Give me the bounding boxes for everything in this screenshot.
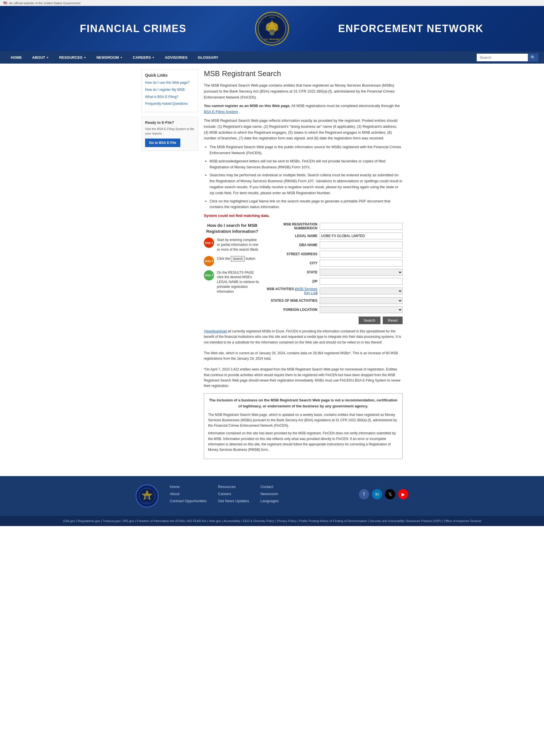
footer-bottom-privacy[interactable]: Privacy Policy xyxy=(277,519,296,523)
input-reg-number[interactable] xyxy=(320,223,403,230)
footer-note-2: The Web site, which is current as of Jan… xyxy=(204,351,403,361)
input-legal-name[interactable] xyxy=(320,233,403,239)
label-reg: MSB REGISTRATION NUMBER/DCN xyxy=(266,222,317,230)
quick-links-box: Quick Links How do I use this Web page? … xyxy=(141,69,198,112)
step-2-pre: Click the xyxy=(217,257,231,261)
footer-bottom-eeo[interactable]: EEO & Diversity Policy xyxy=(243,519,275,523)
footer-link-careers[interactable]: Careers xyxy=(218,492,249,496)
footer-bottom-oig[interactable]: Office of Inspector General xyxy=(444,519,481,523)
nav-resources[interactable]: RESOURCES ▼ xyxy=(54,51,91,64)
input-zip[interactable] xyxy=(320,278,403,285)
footer-link-resources[interactable]: Resources xyxy=(218,485,249,489)
instructions-title: How do I search for MSB Registration Inf… xyxy=(204,222,261,234)
step-2-text: Click the Search button xyxy=(217,256,255,261)
select-msb-activities[interactable] xyxy=(320,288,403,294)
bullet-3: Searches may be performed on individual … xyxy=(210,172,403,196)
footer-bottom-treasury[interactable]: Treasury.gov xyxy=(103,519,121,523)
nav-home[interactable]: HOME xyxy=(6,51,27,64)
youtube-icon[interactable]: ▶ xyxy=(398,489,408,499)
footer-social: f in 𝕏 ▶ xyxy=(359,489,408,499)
site-footer: FINCEN Home About Contract Opportunities… xyxy=(0,476,544,516)
sidebar-link-3[interactable]: What is BSA E-Filing? xyxy=(145,95,194,99)
disclaimer-box: The inclusion of a business on the MSB R… xyxy=(204,393,403,459)
svg-text:01001110: 01001110 xyxy=(258,22,264,23)
site-header: FINANCIAL CRIMES U.S. TREASURY FINCEN 01… xyxy=(0,6,544,51)
footer-link-newsroom[interactable]: Newsroom xyxy=(260,492,279,496)
form-row-state: STATE xyxy=(266,269,403,276)
intro-paragraph-1: The MSB Registrant Search Web page conta… xyxy=(204,83,403,100)
linkedin-icon[interactable]: in xyxy=(372,489,382,499)
nav-careers[interactable]: CAREERS ▼ xyxy=(128,51,160,64)
form-row-states-activities: STATES OF MSB ACTIVITIES xyxy=(266,297,403,304)
main-content: MSB Registrant Search The MSB Registrant… xyxy=(204,69,403,459)
form-buttons: Search Reset xyxy=(266,317,403,324)
footer-link-news[interactable]: Get News Updates xyxy=(218,499,249,503)
footer-bottom-usa[interactable]: USA.gov xyxy=(63,519,75,523)
footer-link-languages[interactable]: Languages xyxy=(260,499,279,503)
search-submit-button[interactable]: Search xyxy=(359,317,380,324)
sidebar-link-1[interactable]: How do I use this Web page? xyxy=(145,80,194,85)
input-city[interactable] xyxy=(320,260,403,267)
footer-bottom-irs[interactable]: IRS.gov xyxy=(123,519,134,523)
footer-bottom-posting[interactable]: Public Posting Notice of Finding of Disc… xyxy=(299,519,367,523)
footer-link-about[interactable]: About xyxy=(170,492,207,496)
footer-link-contract[interactable]: Contract Opportunities xyxy=(170,499,207,503)
nav-about[interactable]: ABOUT ▼ xyxy=(27,51,54,64)
footer-bottom-regulations[interactable]: Regulations.gov xyxy=(78,519,100,523)
facebook-icon[interactable]: f xyxy=(359,489,369,499)
input-street-address[interactable] xyxy=(320,251,403,257)
step-3-row: step 3 On the RESULTS PAGE: click the de… xyxy=(204,270,261,294)
form-row-street: STREET ADDRESS xyxy=(266,251,403,257)
step-3-text: On the RESULTS PAGE: click the desired M… xyxy=(217,270,261,294)
footer-bottom-nofear[interactable]: NO FEAR Act xyxy=(187,519,206,523)
footer-link-home[interactable]: Home xyxy=(170,485,207,489)
nav-search-input[interactable] xyxy=(477,54,528,61)
nav-search-button[interactable]: 🔍 xyxy=(528,53,538,62)
footer-bottom-security[interactable]: Security and Vulnerability Disclosure Po… xyxy=(370,519,441,523)
intro-paragraph-2: You cannot register as an MSB on this We… xyxy=(204,103,403,115)
select-foreign-location[interactable] xyxy=(320,306,403,313)
view-download-link[interactable]: View/download xyxy=(204,329,227,333)
efile-text: Visit the BSA E-Filing System to file yo… xyxy=(145,127,194,136)
footer-note-1-text: all currently registered MSBs in Excel. … xyxy=(204,329,401,344)
bullet-4: Click on the highlighted Legal Name link… xyxy=(210,198,403,210)
select-states-activities[interactable] xyxy=(320,297,403,304)
footer-inner: FINCEN Home About Contract Opportunities… xyxy=(136,485,408,507)
footer-col-2: Resources Careers Get News Updates xyxy=(218,485,249,503)
footer-col-1: Home About Contract Opportunities xyxy=(170,485,207,503)
label-legal: LEGAL NAME xyxy=(266,234,317,238)
step-2-row: step 2 Click the Search button xyxy=(204,256,261,266)
step-1-text: Start by entering complete or partial in… xyxy=(217,238,261,252)
footer-bottom-accessibility[interactable]: Accessibility xyxy=(223,519,240,523)
step-2-circle: step 2 xyxy=(204,256,214,266)
efile-button[interactable]: Go to BSA E-File xyxy=(145,139,180,147)
form-row-dba: DBA NAME xyxy=(266,242,403,248)
label-dba: DBA NAME xyxy=(266,243,317,247)
footer-link-contact[interactable]: Contact xyxy=(260,485,279,489)
step-2-label: step 2 xyxy=(205,259,213,263)
reset-button[interactable]: Reset xyxy=(383,317,403,324)
footer-bottom-foia[interactable]: Freedom of Information Act (FOIA) xyxy=(137,519,185,523)
sidebar-link-4[interactable]: Frequently Asked Questions xyxy=(145,101,194,106)
footer-logo: FINCEN xyxy=(136,485,158,507)
footer-bottom-vote[interactable]: Vote.gov xyxy=(209,519,221,523)
nav-glossary[interactable]: GLOSSARY xyxy=(193,51,223,64)
nav-newsroom[interactable]: NEWSROOM ▼ xyxy=(91,51,127,64)
input-dba-name[interactable] xyxy=(320,242,403,248)
form-row-legal: LEGAL NAME xyxy=(266,233,403,239)
sidebar: Quick Links How do I use this Web page? … xyxy=(141,69,198,459)
label-foreign: FOREIGN LOCATION xyxy=(266,308,317,312)
svg-text:0110100: 0110100 xyxy=(276,42,281,43)
footer-notes: View/download all currently registered M… xyxy=(204,329,403,389)
newsroom-chevron: ▼ xyxy=(120,56,123,59)
msb-key-list-link[interactable]: MSB Services Key List xyxy=(296,287,317,295)
label-state: STATE xyxy=(266,270,317,274)
official-banner: 🇺🇸 An official website of the United Sta… xyxy=(0,0,544,6)
nav-advisories[interactable]: ADVISORIES xyxy=(160,51,193,64)
bullet-1: The MSB Registrant Search Web page is th… xyxy=(210,144,403,156)
twitter-icon[interactable]: 𝕏 xyxy=(385,489,395,499)
sidebar-link-2[interactable]: How do I register My MSB xyxy=(145,87,194,92)
resources-chevron: ▼ xyxy=(84,56,86,59)
select-state[interactable] xyxy=(320,269,403,276)
efile-system-link[interactable]: BSA E-Filing System xyxy=(204,110,238,114)
